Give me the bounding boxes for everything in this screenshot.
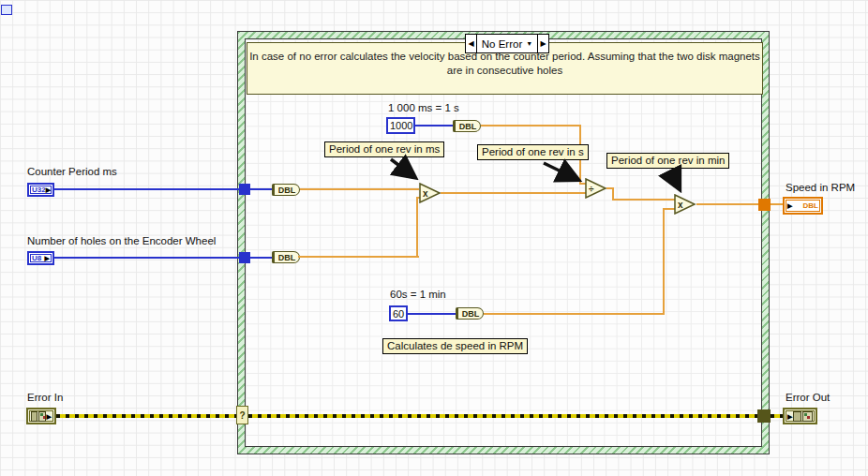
- speed-label: Speed in RPM: [786, 182, 855, 194]
- num-holes-terminal[interactable]: U8▶: [27, 251, 54, 265]
- case-next-button[interactable]: ▶: [538, 35, 548, 52]
- case-structure-interior: [245, 38, 762, 447]
- ms-constant-caption: 1 000 ms = 1 s: [388, 102, 459, 114]
- chevron-down-icon[interactable]: ▼: [526, 40, 532, 47]
- output-arrow-icon: ▶: [47, 413, 52, 420]
- multiply-glyph: x: [678, 200, 683, 210]
- wire-tunnel-to-speed[interactable]: [771, 203, 783, 205]
- error-out-label: Error Out: [786, 392, 830, 404]
- tunnel-speed-out[interactable]: [758, 199, 771, 211]
- divide-node[interactable]: ÷: [585, 178, 607, 199]
- error-in-label: Error In: [27, 392, 63, 404]
- case-prev-button[interactable]: ◀: [466, 35, 476, 52]
- error-in-terminal[interactable]: ▶: [26, 408, 56, 424]
- error-cluster-glyph: [793, 411, 801, 422]
- annotation-rev-s[interactable]: Period of one rev in s: [477, 144, 589, 160]
- sec-constant[interactable]: 60: [389, 305, 408, 321]
- input-arrow-icon: ▶: [787, 202, 792, 209]
- wire-divide-out-horizontal[interactable]: [612, 199, 676, 201]
- annotation-calc[interactable]: Calculates de speed in RPM: [382, 338, 528, 354]
- counter-period-terminal[interactable]: U32▶: [27, 183, 54, 197]
- to-double-conversion-3[interactable]: DBL: [453, 120, 481, 132]
- case-selector: ◀ No Error ▼ ▶: [465, 34, 549, 53]
- wire-dbl2-horizontal[interactable]: [298, 256, 419, 258]
- error-cluster-glyph: [38, 411, 46, 422]
- block-diagram-canvas: In case of no error calculates the veloc…: [0, 0, 868, 476]
- ms-constant[interactable]: 1000: [386, 117, 415, 134]
- annotation-rev-ms[interactable]: Period of one rev in ms: [324, 141, 444, 157]
- output-arrow-icon: ▶: [46, 186, 51, 193]
- wire-60-to-dbl4[interactable]: [408, 313, 456, 315]
- to-double-conversion-4[interactable]: DBL: [456, 307, 484, 320]
- terminal-type-label: DBL: [803, 201, 818, 210]
- wire-dbl1-to-multiply[interactable]: [300, 188, 419, 190]
- error-cluster-glyph: [31, 411, 37, 422]
- case-name-label: No Error: [482, 38, 522, 50]
- error-cluster-glyph: [802, 411, 813, 422]
- terminal-type-label: U8: [32, 254, 41, 262]
- wire-1000-to-dbl3[interactable]: [415, 125, 453, 126]
- wire-multiply1-out[interactable]: [441, 192, 587, 194]
- multiply-node-1[interactable]: x: [419, 183, 441, 203]
- wire-error-in[interactable]: [56, 414, 236, 418]
- tunnel-error-out[interactable]: [757, 409, 771, 423]
- annotation-rev-min[interactable]: Period of one rev in min: [606, 153, 729, 169]
- output-arrow-icon: ▶: [45, 255, 50, 261]
- divide-glyph: ÷: [589, 184, 594, 194]
- wire-tunnel-to-dbl1[interactable]: [250, 188, 272, 190]
- input-arrow-icon: ▶: [787, 413, 792, 420]
- counter-period-label: Counter Period ms: [27, 166, 117, 178]
- to-double-conversion-2[interactable]: DBL: [272, 251, 300, 263]
- wire-counter-period[interactable]: [54, 188, 239, 190]
- wire-tunnel-to-dbl2[interactable]: [250, 257, 272, 259]
- wire-multiply2-out[interactable]: [696, 203, 758, 205]
- speed-terminal[interactable]: ▶DBL: [783, 197, 823, 215]
- case-selector-tunnel[interactable]: ?: [236, 406, 248, 424]
- terminal-type-label: U32: [32, 186, 46, 194]
- multiply-glyph: x: [423, 188, 428, 199]
- screen-artifact: [1, 5, 12, 15]
- wire-dbl4-vertical[interactable]: [663, 209, 665, 315]
- wire-error-out[interactable]: [771, 414, 783, 418]
- wire-dbl3-horizontal[interactable]: [481, 125, 581, 126]
- tunnel-num-holes[interactable]: [239, 252, 250, 263]
- multiply-node-2[interactable]: x: [674, 194, 696, 215]
- sec-constant-caption: 60s = 1 min: [390, 289, 446, 301]
- to-double-conversion-1[interactable]: DBL: [272, 184, 300, 196]
- wire-error-through[interactable]: [248, 414, 757, 418]
- wire-dbl2-vertical[interactable]: [416, 198, 418, 258]
- error-out-terminal[interactable]: ▶: [783, 408, 817, 424]
- tunnel-counter-period[interactable]: [239, 184, 250, 195]
- case-selector-value[interactable]: No Error ▼: [476, 35, 538, 52]
- num-holes-label: Number of holes on the Encoder Wheel: [27, 235, 216, 247]
- wire-dbl4-horizontal[interactable]: [484, 313, 665, 315]
- wire-num-holes[interactable]: [54, 257, 239, 259]
